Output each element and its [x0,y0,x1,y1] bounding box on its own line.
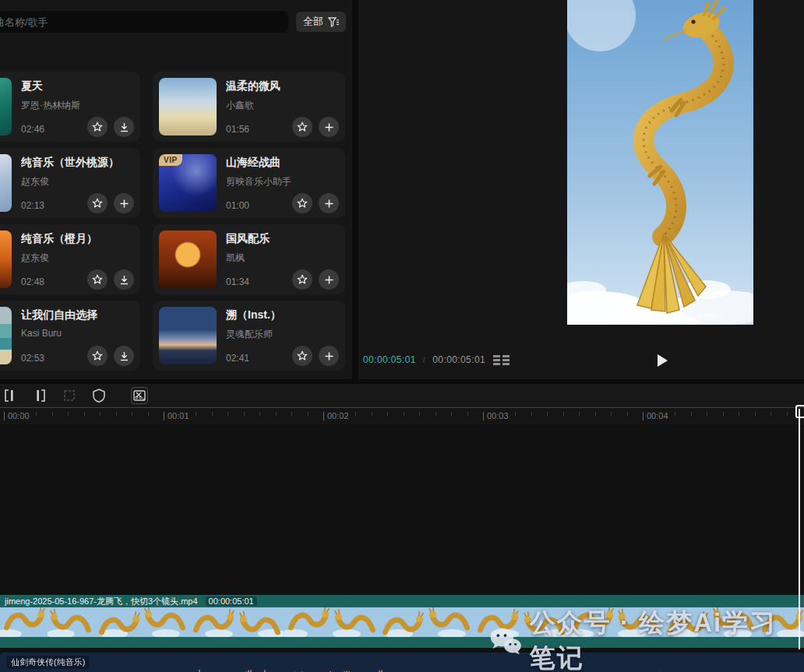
download-icon[interactable] [114,269,134,290]
favorite-star-icon[interactable] [87,117,108,137]
ruler-tick [84,412,85,416]
playhead-line[interactable] [799,409,800,649]
music-cover-art [0,154,12,212]
search-input[interactable] [0,11,288,33]
video-frame-thumbnail [474,607,521,637]
playhead-handle[interactable] [795,405,804,418]
favorite-star-icon[interactable] [292,193,312,213]
display-mode-icon-col [493,355,500,365]
timeline-toolbar [0,384,804,408]
video-clip-footer [0,637,804,648]
music-artist: 小鑫歌 [226,99,339,112]
add-to-track-icon[interactable] [114,193,134,213]
dragon-preview-art: ⭒ 即梦AI [567,0,753,325]
ruler-tick [212,412,213,416]
music-card-body: 国风配乐凯枫01:34 [226,230,339,288]
mark-in-icon[interactable] [2,387,19,404]
music-artist: 罗恩·热林纳斯 [21,99,134,112]
music-card-actions [292,193,339,213]
ruler-tick [259,412,260,416]
music-card-actions [87,117,134,137]
add-to-track-icon[interactable] [319,193,339,213]
separate-audio-icon[interactable] [131,387,148,404]
ruler-tick [36,412,37,416]
video-frame-thumbnail [48,607,95,637]
favorite-star-icon[interactable] [87,346,108,366]
ruler-tick [707,412,707,416]
favorite-star-icon[interactable] [87,193,108,213]
funnel-icon [328,17,339,27]
music-card[interactable]: 温柔的微风小鑫歌01:56 [153,72,345,142]
music-card-body: 让我们自由选择Kasi Buru02:53 [21,307,134,364]
music-card[interactable]: 让我们自由选择Kasi Buru02:53 [0,301,140,371]
music-duration: 02:41 [226,353,249,364]
ruler-tick [20,412,21,416]
music-cover-art: VIP [159,154,217,212]
add-to-track-icon[interactable] [319,346,339,366]
ruler-tick [627,412,628,416]
music-duration: 01:56 [226,124,249,135]
add-to-track-icon[interactable] [319,117,339,137]
music-title: 夏天 [21,79,134,93]
display-mode-icon[interactable] [493,355,510,365]
play-button[interactable] [654,353,670,368]
favorite-star-icon[interactable] [292,346,312,366]
ruler-tick [404,412,404,416]
ruler-tick [547,412,548,416]
video-track-clip[interactable]: jimeng-2025-05-16-967-龙腾飞，快切3个镜头.mp4 00:… [0,595,804,648]
ruler-tick [227,412,228,416]
music-card[interactable]: 国风配乐凯枫01:34 [153,224,345,294]
ruler-tick [563,412,564,416]
favorite-star-icon[interactable] [87,269,108,290]
crop-select-icon[interactable] [61,387,78,404]
favorite-star-icon[interactable] [292,117,312,137]
video-frame-thumbnail [95,607,143,637]
music-card-body: 夏天罗恩·热林纳斯02:46 [21,78,134,135]
preview-video: ⭒ 即梦AI [567,0,753,325]
filter-button-label: 全部 [303,15,323,29]
add-to-track-icon[interactable] [319,269,339,290]
ruler-tick [755,412,756,416]
music-card[interactable]: 纯音乐（世外桃源）赵东俊02:13 [0,148,140,218]
video-frame-thumbnail [284,607,332,637]
audio-clip-label: 仙剑奇侠传(纯音乐) [6,656,90,669]
music-duration: 02:46 [21,124,44,135]
audio-track-clip[interactable]: 仙剑奇侠传(纯音乐) [0,653,804,672]
ruler-time-label: 00:02 [323,411,349,420]
ruler-tick [787,412,788,416]
music-card[interactable]: VIP山海经战曲剪映音乐小助手01:00 [153,148,345,218]
ruler-time-label: 00:03 [483,411,509,420]
ruler-tick [180,412,181,416]
timeline-ruler[interactable]: 00:0000:0100:0200:0300:04 [0,409,804,424]
music-duration: 02:53 [21,353,44,364]
filter-button[interactable]: 全部 [296,12,346,32]
shield-icon[interactable] [90,387,108,404]
current-timecode: 00:00:05:01 [363,354,416,365]
mark-out-icon[interactable] [31,387,48,404]
audio-waveform [0,653,804,672]
favorite-star-icon[interactable] [292,269,312,290]
music-card-body: 纯音乐（世外桃源）赵东俊02:13 [21,154,134,212]
ruler-tick [196,412,196,416]
video-frame-thumbnail [332,607,379,637]
ruler-tick [244,412,245,416]
video-frame-thumbnail [142,607,189,637]
music-card-body: 溯（Inst.）灵魂配乐师02:41 [226,307,339,364]
music-card[interactable]: 纯音乐（橙月）赵东俊02:48 [0,224,140,294]
music-card-body: 山海经战曲剪映音乐小助手01:00 [226,154,339,212]
music-duration: 01:00 [226,200,249,211]
music-card-actions [87,346,134,366]
display-mode-icon-col [503,355,510,365]
music-card[interactable]: 溯（Inst.）灵魂配乐师02:41 [153,301,345,371]
download-icon[interactable] [114,117,134,137]
music-card-actions [292,346,339,366]
ruler-tick [132,412,132,416]
music-card[interactable]: 夏天罗恩·热林纳斯02:46 [0,72,140,142]
ruler-tick [691,412,692,416]
ruler-tick [276,412,277,416]
video-frame-thumbnail [237,607,284,637]
ruler-time-label: 00:00 [4,411,30,420]
download-icon[interactable] [114,346,134,366]
music-artist: 剪映音乐小助手 [226,175,339,188]
music-card-body: 温柔的微风小鑫歌01:56 [226,78,339,135]
